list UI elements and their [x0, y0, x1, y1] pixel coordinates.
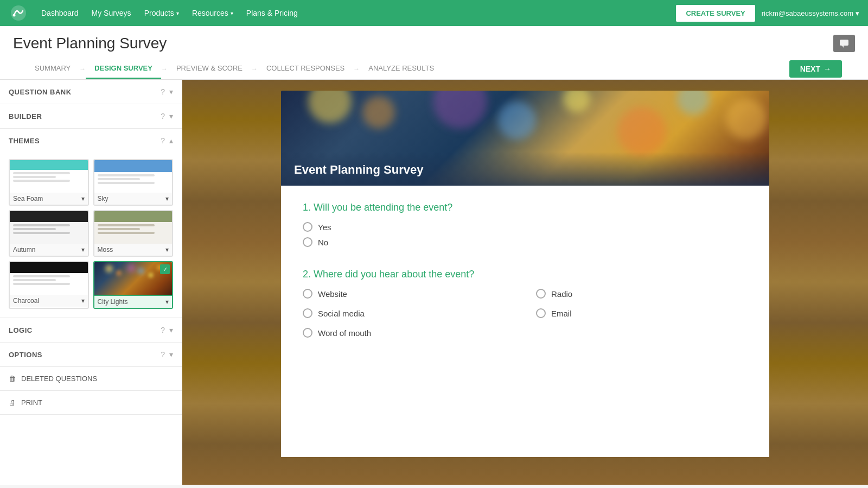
question-2-option-email[interactable]: Email — [536, 308, 748, 318]
user-menu[interactable]: rickm@sabaeussystems.com ▾ — [762, 9, 859, 17]
logo[interactable] — [9, 3, 28, 23]
banner-survey-title: Event Planning Survey — [294, 163, 756, 177]
comment-button[interactable] — [833, 35, 855, 52]
nav-resources[interactable]: Resources ▾ — [192, 9, 233, 17]
question-1: 1. Will you be attending the event? Yes … — [303, 202, 748, 247]
options-header[interactable]: OPTIONS ? ▾ — [0, 343, 182, 366]
moss-dropdown[interactable]: ▾ — [165, 246, 169, 253]
question-2-option-social[interactable]: Social media — [303, 308, 514, 318]
question-1-option-no[interactable]: No — [303, 237, 748, 247]
next-button[interactable]: NEXT → — [789, 60, 842, 78]
theme-charcoal[interactable]: Charcoal ▾ — [9, 261, 89, 309]
logic-help-icon[interactable]: ? — [161, 326, 165, 334]
question-bank-title: QUESTION BANK — [9, 88, 72, 96]
deleted-questions[interactable]: 🗑 DELETED QUESTIONS — [0, 367, 182, 391]
tab-preview-score[interactable]: PREVIEW & SCORE — [168, 59, 251, 79]
options-title: OPTIONS — [9, 351, 42, 359]
survey-banner: Event Planning Survey — [281, 91, 769, 186]
citylights-label: City Lights — [98, 298, 128, 306]
citylights-dropdown[interactable]: ▾ — [165, 298, 169, 306]
content-area: Event Planning Survey 1. Will you be att… — [182, 80, 868, 485]
question-1-option-yes[interactable]: Yes — [303, 222, 748, 232]
arrow-4: → — [353, 65, 360, 73]
options-icons: ? ▾ — [161, 350, 173, 359]
theme-seafoam[interactable]: Sea Foam ▾ — [9, 159, 89, 206]
question-bank-help-icon[interactable]: ? — [161, 87, 165, 96]
themes-expand-icon[interactable]: ▴ — [169, 136, 173, 145]
nav-dashboard[interactable]: Dashboard — [41, 9, 79, 17]
tab-collect-responses[interactable]: COLLECT RESPONSES — [258, 59, 353, 79]
create-survey-button[interactable]: CREATE SURVEY — [676, 5, 755, 22]
charcoal-dropdown[interactable]: ▾ — [81, 297, 85, 305]
trash-icon: 🗑 — [9, 375, 16, 383]
sidebar-section-builder: BUILDER ? ▾ — [0, 104, 182, 129]
builder-header[interactable]: BUILDER ? ▾ — [0, 104, 182, 128]
theme-moss[interactable]: Moss ▾ — [93, 210, 174, 257]
tab-summary[interactable]: SUMMARY — [26, 59, 79, 79]
builder-icons: ? ▾ — [161, 112, 173, 121]
label-yes: Yes — [318, 223, 331, 232]
page-title: Event Planning Survey — [13, 35, 167, 52]
tab-bar: SUMMARY → DESIGN SURVEY → PREVIEW & SCOR… — [13, 59, 855, 79]
logic-collapse-icon[interactable]: ▾ — [169, 326, 173, 334]
themes-help-icon[interactable]: ? — [161, 136, 165, 145]
sidebar-section-question-bank: QUESTION BANK ? ▾ — [0, 80, 182, 104]
label-email: Email — [551, 309, 572, 318]
theme-citylights[interactable]: City Lights ▾ ✓ — [93, 261, 174, 309]
main-layout: QUESTION BANK ? ▾ BUILDER ? ▾ THEMES — [0, 80, 868, 485]
themes-header[interactable]: THEMES ? ▴ — [0, 129, 182, 153]
themes-icons: ? ▴ — [161, 136, 173, 145]
sidebar-section-logic: LOGIC ? ▾ — [0, 318, 182, 343]
tab-analyze-results[interactable]: ANALYZE RESULTS — [360, 59, 443, 79]
print-label: PRINT — [21, 398, 42, 407]
question-bank-header[interactable]: QUESTION BANK ? ▾ — [0, 80, 182, 104]
question-2-option-website[interactable]: Website — [303, 289, 514, 299]
nav-right: CREATE SURVEY rickm@sabaeussystems.com ▾ — [676, 5, 859, 22]
label-website: Website — [318, 289, 347, 299]
options-help-icon[interactable]: ? — [161, 350, 165, 359]
question-2-option-wordofmouth[interactable]: Word of mouth — [303, 328, 514, 338]
survey-title-row: Event Planning Survey — [13, 35, 855, 52]
print-icon: 🖨 — [9, 398, 16, 407]
nav-products[interactable]: Products ▾ — [144, 9, 179, 17]
survey-container: Event Planning Survey 1. Will you be att… — [281, 91, 769, 457]
question-bank-collapse-icon[interactable]: ▾ — [169, 87, 173, 96]
radio-website[interactable] — [303, 289, 312, 299]
nav-plans[interactable]: Plans & Pricing — [246, 9, 298, 17]
question-2-option-radio[interactable]: Radio — [536, 289, 748, 299]
radio-wordofmouth[interactable] — [303, 328, 312, 338]
radio-yes[interactable] — [303, 222, 312, 232]
top-navigation: Dashboard My Surveys Products ▾ Resource… — [0, 0, 868, 26]
tab-design-survey[interactable]: DESIGN SURVEY — [86, 59, 161, 79]
banner-title-overlay: Event Planning Survey — [281, 152, 769, 186]
builder-title: BUILDER — [9, 112, 42, 121]
autumn-label: Autumn — [13, 246, 35, 253]
radio-social[interactable] — [303, 308, 312, 318]
question-2: 2. Where did you hear about the event? W… — [303, 269, 748, 343]
wood-background: Event Planning Survey 1. Will you be att… — [182, 80, 868, 485]
builder-help-icon[interactable]: ? — [161, 112, 165, 121]
builder-collapse-icon[interactable]: ▾ — [169, 112, 173, 121]
logic-title: LOGIC — [9, 326, 33, 334]
print-item[interactable]: 🖨 PRINT — [0, 391, 182, 415]
radio-radio[interactable] — [536, 289, 546, 299]
moss-label: Moss — [98, 246, 113, 253]
svg-point-1 — [13, 14, 16, 17]
radio-email[interactable] — [536, 308, 546, 318]
charcoal-label: Charcoal — [13, 297, 39, 305]
sidebar-section-themes: THEMES ? ▴ — [0, 129, 182, 318]
options-collapse-icon[interactable]: ▾ — [169, 350, 173, 359]
label-wordofmouth: Word of mouth — [318, 328, 371, 338]
theme-sky[interactable]: Sky ▾ — [93, 159, 174, 206]
svg-rect-2 — [840, 40, 848, 46]
seafoam-dropdown[interactable]: ▾ — [81, 195, 85, 202]
arrow-2: → — [161, 65, 168, 73]
logic-header[interactable]: LOGIC ? ▾ — [0, 318, 182, 342]
autumn-dropdown[interactable]: ▾ — [81, 246, 85, 253]
question-2-options: Website Radio Social media — [303, 289, 748, 343]
nav-mysurveys[interactable]: My Surveys — [92, 9, 131, 17]
sky-dropdown[interactable]: ▾ — [165, 195, 169, 202]
theme-autumn[interactable]: Autumn ▾ — [9, 210, 89, 257]
radio-no[interactable] — [303, 237, 312, 247]
sky-label: Sky — [98, 195, 108, 202]
